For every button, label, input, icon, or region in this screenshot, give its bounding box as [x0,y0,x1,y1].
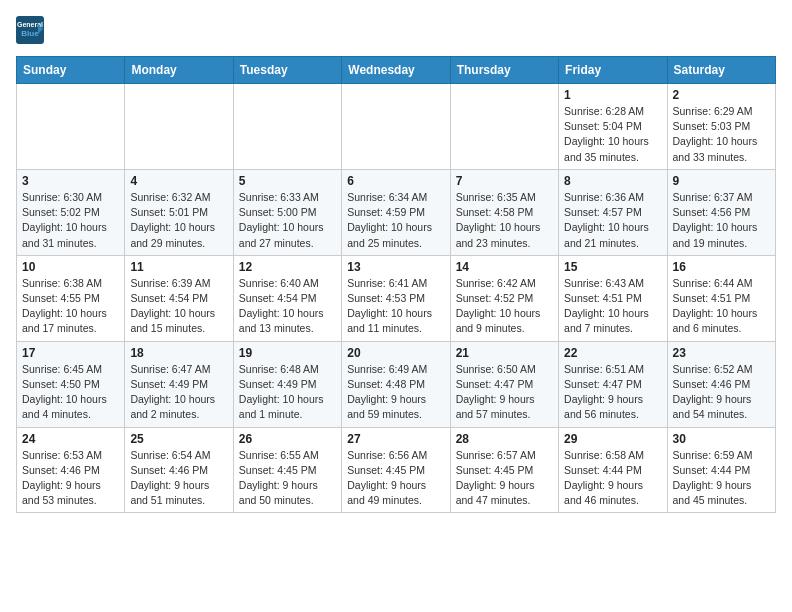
day-number: 12 [239,260,336,274]
day-info: Sunrise: 6:43 AM Sunset: 4:51 PM Dayligh… [564,276,661,337]
day-info: Sunrise: 6:51 AM Sunset: 4:47 PM Dayligh… [564,362,661,423]
day-info: Sunrise: 6:50 AM Sunset: 4:47 PM Dayligh… [456,362,553,423]
day-info: Sunrise: 6:54 AM Sunset: 4:46 PM Dayligh… [130,448,227,509]
day-info: Sunrise: 6:47 AM Sunset: 4:49 PM Dayligh… [130,362,227,423]
calendar-cell: 7Sunrise: 6:35 AM Sunset: 4:58 PM Daylig… [450,169,558,255]
day-info: Sunrise: 6:45 AM Sunset: 4:50 PM Dayligh… [22,362,119,423]
calendar-cell [17,84,125,170]
day-number: 3 [22,174,119,188]
calendar-cell: 26Sunrise: 6:55 AM Sunset: 4:45 PM Dayli… [233,427,341,513]
calendar-cell: 6Sunrise: 6:34 AM Sunset: 4:59 PM Daylig… [342,169,450,255]
calendar-cell: 4Sunrise: 6:32 AM Sunset: 5:01 PM Daylig… [125,169,233,255]
day-number: 20 [347,346,444,360]
day-number: 8 [564,174,661,188]
calendar-cell: 21Sunrise: 6:50 AM Sunset: 4:47 PM Dayli… [450,341,558,427]
day-number: 19 [239,346,336,360]
day-info: Sunrise: 6:41 AM Sunset: 4:53 PM Dayligh… [347,276,444,337]
calendar-cell [233,84,341,170]
day-info: Sunrise: 6:28 AM Sunset: 5:04 PM Dayligh… [564,104,661,165]
calendar-cell: 20Sunrise: 6:49 AM Sunset: 4:48 PM Dayli… [342,341,450,427]
weekday-header-monday: Monday [125,57,233,84]
day-info: Sunrise: 6:58 AM Sunset: 4:44 PM Dayligh… [564,448,661,509]
calendar-cell: 28Sunrise: 6:57 AM Sunset: 4:45 PM Dayli… [450,427,558,513]
calendar-cell [450,84,558,170]
day-info: Sunrise: 6:49 AM Sunset: 4:48 PM Dayligh… [347,362,444,423]
day-number: 18 [130,346,227,360]
day-info: Sunrise: 6:59 AM Sunset: 4:44 PM Dayligh… [673,448,770,509]
calendar-table: SundayMondayTuesdayWednesdayThursdayFrid… [16,56,776,513]
day-number: 25 [130,432,227,446]
weekday-header-tuesday: Tuesday [233,57,341,84]
day-info: Sunrise: 6:39 AM Sunset: 4:54 PM Dayligh… [130,276,227,337]
logo-icon: General Blue [16,16,44,44]
calendar-week-2: 3Sunrise: 6:30 AM Sunset: 5:02 PM Daylig… [17,169,776,255]
weekday-header-saturday: Saturday [667,57,775,84]
calendar-cell: 5Sunrise: 6:33 AM Sunset: 5:00 PM Daylig… [233,169,341,255]
day-number: 7 [456,174,553,188]
calendar-cell: 1Sunrise: 6:28 AM Sunset: 5:04 PM Daylig… [559,84,667,170]
weekday-header-sunday: Sunday [17,57,125,84]
day-number: 29 [564,432,661,446]
calendar-cell: 10Sunrise: 6:38 AM Sunset: 4:55 PM Dayli… [17,255,125,341]
calendar-cell: 29Sunrise: 6:58 AM Sunset: 4:44 PM Dayli… [559,427,667,513]
calendar-cell: 22Sunrise: 6:51 AM Sunset: 4:47 PM Dayli… [559,341,667,427]
calendar-week-1: 1Sunrise: 6:28 AM Sunset: 5:04 PM Daylig… [17,84,776,170]
calendar-cell: 27Sunrise: 6:56 AM Sunset: 4:45 PM Dayli… [342,427,450,513]
calendar-week-3: 10Sunrise: 6:38 AM Sunset: 4:55 PM Dayli… [17,255,776,341]
day-number: 9 [673,174,770,188]
day-info: Sunrise: 6:34 AM Sunset: 4:59 PM Dayligh… [347,190,444,251]
day-info: Sunrise: 6:35 AM Sunset: 4:58 PM Dayligh… [456,190,553,251]
day-info: Sunrise: 6:55 AM Sunset: 4:45 PM Dayligh… [239,448,336,509]
day-number: 5 [239,174,336,188]
day-info: Sunrise: 6:29 AM Sunset: 5:03 PM Dayligh… [673,104,770,165]
day-number: 28 [456,432,553,446]
calendar-week-5: 24Sunrise: 6:53 AM Sunset: 4:46 PM Dayli… [17,427,776,513]
day-number: 16 [673,260,770,274]
calendar-cell: 3Sunrise: 6:30 AM Sunset: 5:02 PM Daylig… [17,169,125,255]
weekday-header-wednesday: Wednesday [342,57,450,84]
calendar-cell: 8Sunrise: 6:36 AM Sunset: 4:57 PM Daylig… [559,169,667,255]
calendar-cell: 11Sunrise: 6:39 AM Sunset: 4:54 PM Dayli… [125,255,233,341]
calendar-cell: 24Sunrise: 6:53 AM Sunset: 4:46 PM Dayli… [17,427,125,513]
calendar-cell [125,84,233,170]
calendar-cell: 12Sunrise: 6:40 AM Sunset: 4:54 PM Dayli… [233,255,341,341]
day-info: Sunrise: 6:52 AM Sunset: 4:46 PM Dayligh… [673,362,770,423]
weekday-header-friday: Friday [559,57,667,84]
day-info: Sunrise: 6:37 AM Sunset: 4:56 PM Dayligh… [673,190,770,251]
day-info: Sunrise: 6:57 AM Sunset: 4:45 PM Dayligh… [456,448,553,509]
day-number: 22 [564,346,661,360]
day-number: 10 [22,260,119,274]
calendar-cell: 9Sunrise: 6:37 AM Sunset: 4:56 PM Daylig… [667,169,775,255]
calendar-week-4: 17Sunrise: 6:45 AM Sunset: 4:50 PM Dayli… [17,341,776,427]
day-number: 6 [347,174,444,188]
calendar-cell: 25Sunrise: 6:54 AM Sunset: 4:46 PM Dayli… [125,427,233,513]
day-info: Sunrise: 6:38 AM Sunset: 4:55 PM Dayligh… [22,276,119,337]
calendar-cell: 2Sunrise: 6:29 AM Sunset: 5:03 PM Daylig… [667,84,775,170]
calendar-body: 1Sunrise: 6:28 AM Sunset: 5:04 PM Daylig… [17,84,776,513]
logo: General Blue [16,16,48,44]
day-number: 2 [673,88,770,102]
day-info: Sunrise: 6:30 AM Sunset: 5:02 PM Dayligh… [22,190,119,251]
day-info: Sunrise: 6:56 AM Sunset: 4:45 PM Dayligh… [347,448,444,509]
day-info: Sunrise: 6:53 AM Sunset: 4:46 PM Dayligh… [22,448,119,509]
calendar-cell [342,84,450,170]
calendar-header-row: SundayMondayTuesdayWednesdayThursdayFrid… [17,57,776,84]
day-number: 30 [673,432,770,446]
calendar-cell: 14Sunrise: 6:42 AM Sunset: 4:52 PM Dayli… [450,255,558,341]
day-number: 11 [130,260,227,274]
day-number: 13 [347,260,444,274]
weekday-header-thursday: Thursday [450,57,558,84]
day-number: 15 [564,260,661,274]
day-info: Sunrise: 6:42 AM Sunset: 4:52 PM Dayligh… [456,276,553,337]
day-number: 17 [22,346,119,360]
day-number: 21 [456,346,553,360]
calendar-cell: 17Sunrise: 6:45 AM Sunset: 4:50 PM Dayli… [17,341,125,427]
calendar-cell: 23Sunrise: 6:52 AM Sunset: 4:46 PM Dayli… [667,341,775,427]
calendar-cell: 30Sunrise: 6:59 AM Sunset: 4:44 PM Dayli… [667,427,775,513]
day-number: 26 [239,432,336,446]
svg-text:Blue: Blue [21,29,39,38]
day-number: 1 [564,88,661,102]
day-info: Sunrise: 6:44 AM Sunset: 4:51 PM Dayligh… [673,276,770,337]
day-number: 14 [456,260,553,274]
calendar-cell: 19Sunrise: 6:48 AM Sunset: 4:49 PM Dayli… [233,341,341,427]
